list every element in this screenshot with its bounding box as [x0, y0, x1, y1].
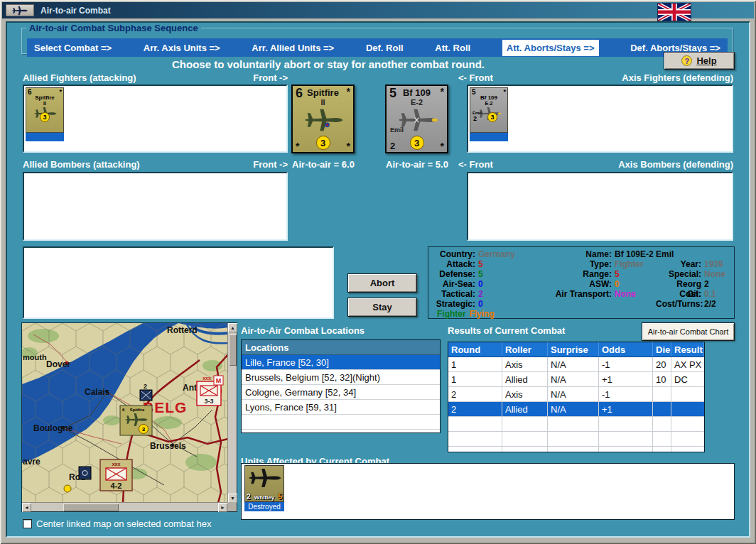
svg-text:Spitfire: Spitfire	[130, 408, 145, 412]
horizontal-scrollbar-thumb[interactable]	[63, 504, 119, 511]
defense-label: Defense:	[431, 269, 478, 279]
combat-chart-button[interactable]: Air-to-air Combat Chart	[642, 322, 735, 341]
spitfire-silhouette-icon	[298, 108, 350, 132]
col-result: Result	[671, 342, 704, 357]
air-sea-value: 0	[478, 279, 544, 289]
unit-strength: 2	[247, 493, 251, 501]
phase-arrange-axis-units: Arr. Axis Units =>	[144, 43, 220, 53]
axis-bombers-listbox[interactable]	[467, 172, 733, 241]
location-row[interactable]: Brussels, Belgium [52, 32](Night)	[242, 370, 440, 385]
results-row[interactable]: 1AxisN/A-120AX PX	[448, 357, 704, 372]
axis-fighter-bf109-chip[interactable]: 5 * Bf 109 E-2 Emil 2 3	[470, 87, 508, 141]
map-label-mouth: mouth	[23, 353, 47, 361]
svg-text:4-2: 4-2	[111, 482, 122, 490]
combat-locations-list[interactable]: Locations Lille, France [52, 30] Brussel…	[241, 339, 441, 433]
unit-info-panel: Country: Germany Name: Bf 109E-2 Emil At…	[428, 246, 735, 319]
col-roller: Roller	[502, 342, 548, 357]
oil-label: Oil:	[656, 289, 704, 299]
defense-value: 5	[478, 269, 544, 279]
map-label-le-havre: avre	[23, 457, 40, 467]
units-affected-box[interactable]: 2 Whitley 5 Destroyed	[241, 463, 735, 520]
allied-fighters-label: Allied Fighters (attacking)	[23, 72, 136, 83]
scroll-up-button[interactable]: ▲	[228, 323, 237, 332]
map-unit-infantry-4-2[interactable]: xxx 4-2	[100, 459, 132, 491]
type-value: Fighter	[615, 259, 656, 269]
map-canvas[interactable]: mouth Dover Rotterd Calais Antw Boulogne…	[22, 323, 228, 503]
map-label-boulogne: Boulogne	[33, 423, 73, 433]
unit-name: Whitley	[254, 494, 274, 501]
phase-attacker-roll: Att. Roll	[435, 43, 470, 53]
tactical-map[interactable]: mouth Dover Rotterd Calais Antw Boulogne…	[21, 322, 237, 512]
location-row-empty	[242, 415, 440, 430]
map-label-calais: Calais	[85, 387, 110, 397]
strategic-value: 0	[478, 299, 544, 309]
phase-select-combat: Select Combat =>	[34, 43, 112, 53]
phase-defender-roll: Def. Roll	[366, 43, 404, 53]
map-unit-naval[interactable]	[79, 467, 91, 479]
map-unit-spitfire[interactable]: 6 Spitfire 3	[120, 406, 152, 435]
unit-name: Bf 109	[387, 87, 447, 98]
range-value: 5	[615, 269, 656, 279]
results-row[interactable]: 2AxisN/A-1	[448, 387, 704, 402]
asw-label: ASW:	[544, 279, 615, 289]
destroyed-whitley-chip[interactable]: 2 Whitley 5 Destroyed	[244, 465, 284, 511]
center-map-checkbox-label: Center linked map on selected combat hex	[36, 518, 211, 529]
whitley-silhouette-icon	[248, 467, 282, 489]
year-value: 1939	[704, 259, 731, 269]
location-row[interactable]: Lyons, France [59, 31]	[242, 400, 440, 415]
phase-attacker-aborts-stays: Att. Aborts/Stays =>	[502, 40, 599, 56]
reorg-cost-label: Reorg Cost:	[656, 279, 704, 289]
map-vertical-scrollbar[interactable]: ▲ ▼	[227, 323, 237, 503]
scroll-right-button[interactable]: ►	[218, 503, 227, 512]
cost-turns-value: 2/2	[704, 299, 731, 309]
unit-name: Spitfire	[26, 94, 63, 101]
axis-bombers-label: Axis Bombers (defending)	[561, 159, 733, 170]
results-row-selected[interactable]: 2AlliedN/A+1	[448, 402, 704, 417]
allied-air-to-air-value: Air-to-air = 6.0	[286, 159, 361, 170]
col-die: Die	[653, 342, 671, 357]
attack-value: 5	[478, 259, 544, 269]
allied-bombers-listbox[interactable]	[23, 172, 288, 241]
location-row[interactable]: Cologne, Germany [52, 34]	[242, 385, 440, 400]
front-left-label: <- Front	[458, 159, 493, 170]
tactical-rating-disc: 3	[40, 112, 50, 122]
abort-button[interactable]: Abort	[347, 273, 417, 293]
year-label: Year:	[656, 259, 704, 269]
subphase-sequence-group: Air-to-air Combat Subphase Sequence Sele…	[21, 23, 733, 54]
results-table[interactable]: Round Roller Surprise Odds Die Result 1A…	[448, 342, 705, 452]
country-label: Country:	[431, 249, 478, 259]
game-window: Air-to-air Combat Air-to-air Combat Subp…	[0, 0, 756, 544]
window-plane-icon	[6, 4, 34, 16]
axis-fighters-listbox[interactable]: 5 * Bf 109 E-2 Emil 2 3	[467, 85, 733, 153]
stay-button[interactable]: Stay	[347, 298, 417, 317]
asw-value: 0	[615, 279, 656, 289]
tactical-rating-disc: 3	[410, 136, 424, 150]
col-odds: Odds	[599, 342, 653, 357]
combat-locations-title: Air-to-Air Combat Locations	[241, 325, 364, 336]
front-left-label: <- Front	[458, 72, 493, 83]
unit-variant: E-2	[470, 101, 507, 106]
escort-listbox[interactable]	[23, 246, 334, 319]
location-row[interactable]: Lille, France [52, 30]	[242, 355, 440, 370]
svg-text:2: 2	[144, 383, 147, 390]
title-bar: Air-to-air Combat	[2, 2, 754, 18]
scroll-left-button[interactable]: ◄	[22, 503, 31, 512]
svg-text:3: 3	[142, 426, 146, 433]
unit-variant: E-2	[387, 98, 447, 107]
allied-fighter-spitfire-chip[interactable]: 6 * Spitfire II 3	[26, 87, 64, 141]
allied-fighters-listbox[interactable]: 6 * Spitfire II 3	[23, 85, 288, 153]
col-surprise: Surprise	[548, 342, 599, 357]
front-right-label: Front ->	[185, 159, 288, 170]
unit-range: 2	[390, 141, 395, 151]
unit-variant: II	[26, 101, 63, 106]
oil-value: 0.1	[704, 289, 731, 299]
center-map-checkbox[interactable]	[23, 519, 32, 528]
map-horizontal-scrollbar[interactable]: ◄ ►	[22, 502, 227, 511]
help-button-label: Help	[696, 55, 716, 66]
unit-status-state: Flying	[470, 309, 495, 319]
svg-text:xxx: xxx	[112, 462, 121, 467]
vertical-scrollbar-thumb[interactable]	[229, 334, 237, 366]
help-button[interactable]: ? Help	[664, 52, 735, 70]
star-marker: *	[347, 141, 350, 152]
results-row[interactable]: 1AlliedN/A+110DC	[448, 372, 704, 387]
